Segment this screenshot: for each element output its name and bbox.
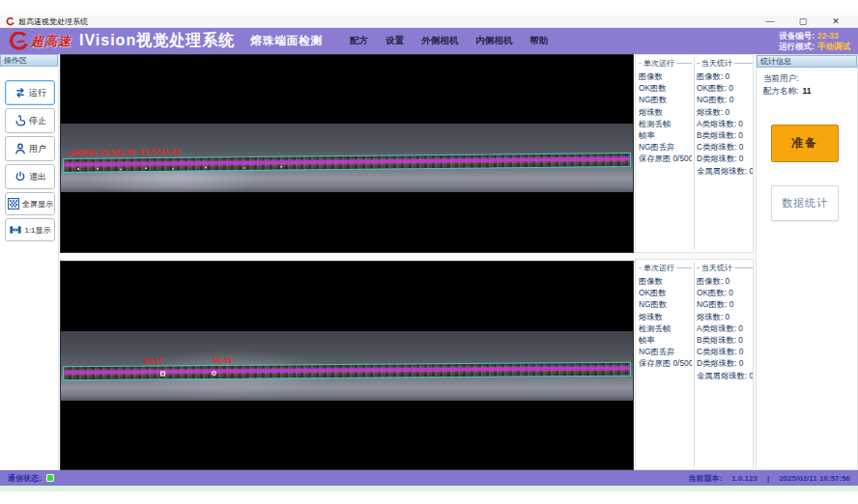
divider [694,57,695,250]
single-run-rows: 图像数OK图数NG图数熔珠数检测丢帧帧率NG图丢弃保存原图 0/500 [639,275,692,370]
separator: | [767,474,769,483]
bead-centerline-overlay [65,367,629,375]
brand-logo-text: 超高速 [31,33,72,50]
camera-view-bottom: 53.11 56.43 [60,261,634,470]
group-title: 当天统计 [701,263,732,273]
stat-row: NG图丢弃 [639,346,692,357]
info-panel-body: 当前用户: 配方名称:11 准备 数据统计 [757,68,857,469]
user-icon [14,142,27,155]
comm-status-label: 通信状态: [8,473,42,484]
stat-row: NG图丢弃 [639,141,692,153]
fullscreen-button-label: 全屏显示 [22,199,53,210]
status-bar: 通信状态: 当前版本: 1.0.123 | 2025/02/11 16:57:5… [0,470,858,486]
stat-row: 金属屑熔珠数: 0 [697,370,753,381]
measurement-annotation: 440R05 79.531.49 21.5741.49 [69,148,181,157]
today-stats-group: 当天统计 图像数: 0OK图数: 0NG图数: 0熔珠数: 0A类熔珠数: 0B… [697,263,753,467]
run-icon [14,86,27,99]
stat-row: B类熔珠数: 0 [697,129,753,141]
stat-row: OK图数: 0 [697,287,753,298]
window-titlebar: 超高速视觉处理系统 — ▢ ✕ [0,15,858,28]
stop-hand-icon [14,114,27,127]
stat-row: NG图数 [639,298,692,310]
single-run-group: 单次运行 图像数OK图数NG图数熔珠数检测丢帧帧率NG图丢弃保存原图 0/500 [639,263,692,467]
prepare-button[interactable]: 准备 [771,125,839,162]
exit-button-label: 退出 [29,171,46,183]
operation-sidebar: 操作区 运行 停止 用户 [0,54,59,470]
defect-mark-square [160,371,165,376]
data-statistics-button[interactable]: 数据统计 [771,185,839,221]
stat-row: 帧率 [639,129,692,141]
window-title: 超高速视觉处理系统 [18,16,88,27]
stat-row: OK图数 [639,287,692,298]
measurement-annotation: 53.11 [144,356,163,365]
stats-panel-bottom: 单次运行 图像数OK图数NG图数熔珠数检测丢帧帧率NG图丢弃保存原图 0/500… [635,259,754,470]
minimize-button[interactable]: — [754,15,786,28]
window-controls: — ▢ ✕ [754,15,852,28]
run-button-label: 运行 [29,87,46,99]
device-info: 设备编号:22-33 运行模式:手动调试 [779,31,850,52]
exit-button[interactable]: 退出 [5,164,55,189]
fullscreen-button[interactable]: 全屏显示 [5,192,55,215]
current-user-label: 当前用户: [763,73,798,83]
divider [694,262,695,467]
stat-row: A类熔珠数: 0 [697,322,753,334]
stat-row: 图像数: 0 [697,275,753,287]
page-subtitle: 熔珠端面检测 [250,34,323,48]
window-bottom-edge [0,486,858,491]
camera-view-top: 440R05 79.531.49 21.5741.49 [60,54,634,253]
application-window: 超高速视觉处理系统 — ▢ ✕ 超高速 IVision视觉处理系统 熔珠端面检测… [0,0,858,504]
stat-row: 检测丢帧 [639,118,692,129]
app-header: 超高速 IVision视觉处理系统 熔珠端面检测 配方设置外侧相机内侧相机帮助 … [0,28,858,54]
version-datetime: 当前版本: 1.0.123 | 2025/02/11 16:57:56 [689,473,850,484]
run-mode-value: 手动调试 [817,42,850,51]
close-button[interactable]: ✕ [819,15,852,28]
menu-item[interactable]: 外侧相机 [421,35,458,47]
stat-row: 图像数: 0 [697,70,753,82]
stat-row: B类熔珠数: 0 [697,334,753,346]
sidebar-title: 操作区 [0,54,58,67]
run-mode-label: 运行模式: [779,42,815,51]
app-icon [6,17,14,26]
stat-row: OK图数 [639,82,692,94]
group-title: 单次运行 [644,58,674,69]
recipe-name-value: 11 [802,86,811,96]
stat-row: D类熔珠数: 0 [697,153,753,164]
device-id-label: 设备编号: [779,31,815,41]
stat-row: 熔珠数: 0 [697,311,753,322]
recipe-name-label: 配方名称: [763,86,798,96]
user-button-label: 用户 [29,143,46,155]
today-stats-group: 当天统计 图像数: 0OK图数: 0NG图数: 0熔珠数: 0A类熔珠数: 0B… [697,58,753,250]
page-title: IVision视觉处理系统 [79,31,235,51]
power-icon [14,170,27,183]
stat-row: C类熔珠数: 0 [697,141,753,153]
one-to-one-button[interactable]: 1:1显示 [5,218,55,241]
stat-row: NG图数 [639,94,692,105]
stat-row: A类熔珠数: 0 [697,118,753,129]
menu-item[interactable]: 帮助 [529,35,548,47]
single-run-group: 单次运行 图像数OK图数NG图数熔珠数检测丢帧帧率NG图丢弃保存原图 0/500 [639,58,692,250]
stat-row: 熔珠数: 0 [697,106,753,118]
datetime-value: 2025/02/11 16:57:56 [779,474,850,483]
stat-row: 保存原图 0/500 [639,357,692,369]
maximize-button[interactable]: ▢ [786,15,819,28]
stat-row: NG图数: 0 [697,94,753,105]
menu-item[interactable]: 设置 [386,35,404,47]
stat-row: 保存原图 0/500 [639,153,692,164]
menu-item[interactable]: 配方 [350,35,368,47]
statistics-info-panel: 统计信息 当前用户: 配方名称:11 准备 数据统计 [756,54,858,470]
version-label: 当前版本: [689,473,723,484]
menu-item[interactable]: 内侧相机 [475,35,512,47]
stat-row: 图像数 [639,275,692,287]
stat-row: D类熔珠数: 0 [697,357,753,369]
stop-button[interactable]: 停止 [5,108,55,133]
stat-row: NG图数: 0 [697,298,753,310]
menu-bar: 配方设置外侧相机内侧相机帮助 [350,35,548,47]
stat-row: 金属屑熔珠数: 0 [697,165,753,177]
device-id-value: 22-33 [817,31,839,41]
stats-panel-top: 单次运行 图像数OK图数NG图数熔珠数检测丢帧帧率NG图丢弃保存原图 0/500… [635,54,754,253]
main-area: 操作区 运行 停止 用户 [0,54,858,470]
group-title: 单次运行 [644,263,674,273]
user-button[interactable]: 用户 [5,136,55,161]
today-stats-rows: 图像数: 0OK图数: 0NG图数: 0熔珠数: 0A类熔珠数: 0B类熔珠数:… [697,275,753,381]
run-button[interactable]: 运行 [5,80,55,105]
